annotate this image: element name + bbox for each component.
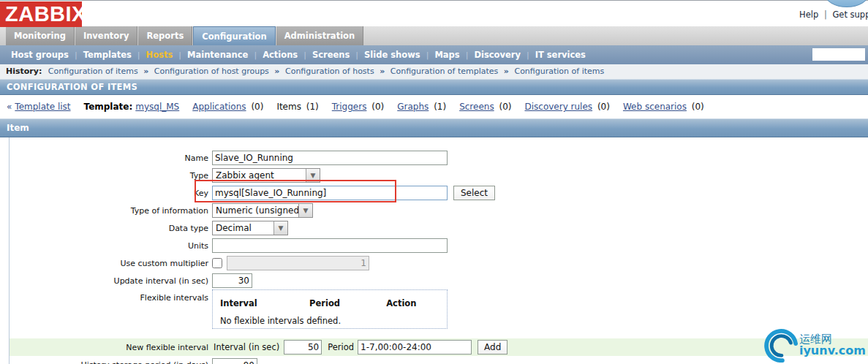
template-label: Template: [84, 102, 133, 112]
triggers-link[interactable]: Triggers [332, 102, 367, 112]
zabbix-page: ZABBIX Help | Get support Monitoring Inv… [0, 0, 868, 364]
column-header-action: Action [386, 298, 416, 308]
column-header-period: Period [309, 298, 382, 308]
web-scenarios-count: (0) [692, 102, 704, 112]
new-period-input[interactable] [358, 340, 472, 354]
tab-inventory[interactable]: Inventory [75, 26, 138, 45]
history-link[interactable]: Configuration of host groups [154, 67, 269, 76]
flexible-intervals-empty-text: No flexible intervals defined. [220, 316, 447, 326]
chevron-down-icon: ▼ [298, 204, 312, 217]
period-label: Period [328, 342, 354, 352]
screens-link[interactable]: Screens [459, 102, 494, 112]
type-of-information-label: Type of information [0, 206, 208, 216]
subnav-slide-shows[interactable]: Slide shows [364, 50, 420, 60]
data-type-label: Data type [0, 224, 208, 233]
subnav-separator: | [303, 50, 306, 60]
subnav-host-groups[interactable]: Host groups [11, 50, 69, 60]
data-type-select[interactable]: Decimal ▼ [212, 221, 288, 235]
update-interval-input[interactable] [212, 273, 252, 288]
history-link[interactable]: Configuration of hosts [285, 67, 374, 76]
sub-nav: Host groups | Templates | Hosts | Mainte… [0, 45, 868, 64]
subnav-separator: | [178, 50, 181, 60]
history-link[interactable]: Configuration of items [514, 67, 604, 76]
top-links: Help | Get support [799, 10, 868, 20]
discovery-rules-link[interactable]: Discovery rules [524, 102, 592, 112]
type-select-value: Zabbix agent [213, 170, 306, 181]
type-row: Type Zabbix agent ▼ [0, 167, 868, 184]
triggers-count: (0) [371, 102, 384, 112]
get-support-link[interactable]: Get support [832, 10, 868, 20]
applications-count: (0) [251, 102, 263, 112]
column-header-interval: Interval [220, 298, 306, 308]
tab-administration[interactable]: Administration [276, 26, 364, 45]
subnav-it-services[interactable]: IT services [535, 50, 586, 60]
name-row: Name [0, 149, 868, 167]
new-flexible-interval-row: New flexible interval Interval (in sec) … [10, 338, 868, 356]
data-type-value: Decimal [213, 223, 273, 233]
iyunv-watermark: 运维网 iyunv.com [764, 329, 866, 363]
web-scenarios-link[interactable]: Web scenarios [623, 102, 687, 112]
subnav-separator: | [254, 50, 257, 60]
new-interval-input[interactable] [284, 340, 322, 354]
item-section-bar: Item [0, 118, 868, 137]
subnav-separator: | [75, 50, 78, 60]
subnav-separator: | [527, 50, 529, 60]
template-nav-bar: « Template list Template: mysql_MS Appli… [0, 95, 868, 118]
name-input[interactable] [212, 151, 448, 165]
interval-in-sec-label: Interval (in sec) [214, 342, 279, 352]
units-row: Units [0, 237, 868, 254]
page-title-bar: CONFIGURATION OF ITEMS [0, 79, 868, 95]
tab-monitoring[interactable]: Monitoring [6, 26, 75, 45]
type-of-information-value: Numeric (unsigned) [213, 205, 298, 216]
template-list-link[interactable]: Template list [15, 102, 70, 112]
subnav-maintenance[interactable]: Maintenance [187, 50, 248, 60]
name-label: Name [0, 153, 208, 163]
history-link[interactable]: Configuration of templates [390, 67, 499, 76]
units-input[interactable] [212, 238, 448, 253]
iyunv-logo-icon [764, 329, 798, 363]
add-flexible-interval-button[interactable]: Add [478, 340, 507, 354]
history-link[interactable]: Configuration of items [48, 67, 138, 76]
tab-configuration[interactable]: Configuration [193, 26, 275, 45]
page-title: CONFIGURATION OF ITEMS [7, 82, 137, 92]
subnav-templates[interactable]: Templates [83, 50, 132, 60]
type-select[interactable]: Zabbix agent ▼ [212, 168, 320, 183]
template-name-link[interactable]: mysql_MS [135, 102, 179, 112]
chevron-down-icon: ▼ [273, 221, 287, 235]
item-section-title: Item [7, 123, 29, 133]
chevron-down-icon: ▼ [306, 169, 320, 182]
subnav-actions[interactable]: Actions [263, 50, 298, 60]
data-type-row: Data type Decimal ▼ [0, 219, 868, 237]
flexible-intervals-table: Interval Period Action No flexible inter… [212, 289, 448, 329]
graphs-link[interactable]: Graphs [397, 102, 429, 112]
top-right-rounded-button-partial[interactable] [825, 0, 868, 7]
key-label: Key [0, 189, 208, 198]
tab-reports[interactable]: Reports [138, 26, 192, 45]
history-storage-row: History storage period (in days) [0, 356, 868, 364]
use-custom-multiplier-checkbox[interactable] [212, 258, 222, 268]
zabbix-logo[interactable]: ZABBIX [0, 1, 82, 27]
breadcrumb-separator: » [274, 67, 279, 76]
applications-link[interactable]: Applications [192, 102, 246, 112]
subnav-hosts[interactable]: Hosts [146, 50, 173, 60]
new-flexible-interval-label: New flexible interval [10, 343, 208, 352]
update-interval-label: Update interval (in sec) [0, 276, 208, 286]
help-link[interactable]: Help [799, 10, 818, 20]
flexible-intervals-label: Flexible intervals [0, 289, 208, 303]
breadcrumb-separator: » [143, 67, 148, 76]
subnav-screens[interactable]: Screens [312, 50, 350, 60]
breadcrumb-separator: » [380, 67, 385, 76]
items-current: Items [276, 102, 301, 112]
update-interval-row: Update interval (in sec) [0, 272, 868, 289]
search-input[interactable] [812, 48, 865, 61]
key-select-button[interactable]: Select [453, 186, 495, 200]
watermark-domain: iyunv.com [799, 345, 866, 357]
main-nav: Monitoring Inventory Reports Configurati… [0, 26, 868, 45]
subnav-maps[interactable]: Maps [434, 50, 459, 60]
subnav-discovery[interactable]: Discovery [474, 50, 521, 60]
history-storage-input[interactable] [212, 358, 257, 364]
key-input[interactable] [212, 186, 448, 200]
history-storage-label: History storage period (in days) [0, 360, 208, 364]
type-of-information-row: Type of information Numeric (unsigned) ▼ [0, 202, 868, 219]
type-of-information-select[interactable]: Numeric (unsigned) ▼ [212, 203, 313, 218]
